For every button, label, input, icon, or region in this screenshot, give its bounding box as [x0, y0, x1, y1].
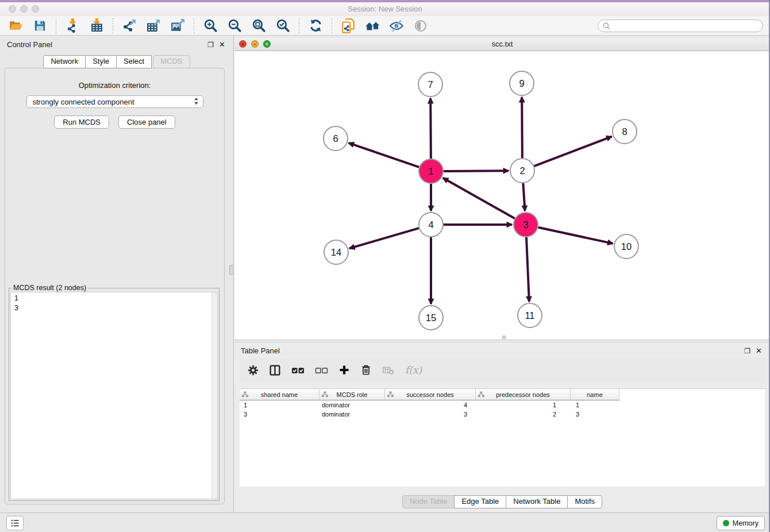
delete-columns-button[interactable] — [360, 364, 372, 376]
float-icon: ❐ — [207, 41, 214, 49]
import-network-icon — [66, 18, 80, 33]
column-header-predecessor-nodes[interactable]: predecessor nodes — [476, 389, 571, 400]
table-toolbar: f(x) — [240, 358, 765, 381]
delete-table-button[interactable] — [382, 364, 395, 376]
column-header-name[interactable]: name — [571, 389, 619, 400]
search-input[interactable] — [598, 20, 763, 32]
tab-select[interactable]: Select — [116, 55, 152, 68]
graph-edge[interactable] — [538, 228, 613, 244]
open-file-button[interactable] — [6, 17, 25, 34]
control-panel: Control Panel ❐ ✕ Network Style Select M… — [0, 36, 234, 512]
tab-network-table[interactable]: Network Table — [506, 495, 568, 508]
run-mcds-button[interactable]: Run MCDS — [54, 115, 109, 129]
add-column-button[interactable] — [338, 364, 350, 376]
network-window-titlebar: × − + scc.txt — [234, 38, 770, 51]
mcds-result-title: MCDS result (2 nodes) — [11, 284, 88, 292]
zoom-in-button[interactable] — [201, 17, 220, 34]
cell-shared-name: 1 — [240, 400, 319, 410]
application-window: Session: New Session Control Panel — [0, 0, 770, 532]
tab-motifs[interactable]: Motifs — [567, 495, 602, 508]
refresh-icon — [309, 18, 323, 33]
network-canvas[interactable]: 1234678910111415 — [234, 51, 769, 338]
import-network-button[interactable] — [63, 17, 82, 34]
export-network-button[interactable] — [120, 17, 138, 34]
show-columns-button[interactable] — [269, 364, 281, 376]
save-session-button[interactable] — [30, 17, 49, 34]
graph-edge[interactable] — [526, 237, 529, 302]
hierarchy-icon — [242, 391, 248, 399]
node-table: shared name MCDS role successor nodes pr… — [240, 388, 765, 487]
apply-layout-button[interactable] — [306, 17, 325, 34]
unchecked-boxes-icon — [315, 364, 328, 377]
panel-splitter-handle[interactable] — [229, 265, 234, 275]
graph-edge[interactable] — [523, 183, 525, 211]
chevron-up-down-icon — [193, 97, 199, 107]
graph-edge[interactable] — [522, 97, 522, 158]
clone-network-button[interactable] — [339, 17, 357, 34]
cell-name: 3 — [571, 410, 619, 419]
column-label: shared name — [261, 391, 298, 398]
mcds-result-area[interactable]: 1 3 — [10, 292, 218, 499]
column-header-successor-nodes[interactable]: successor nodes — [385, 389, 476, 400]
table-row[interactable]: 1 dominator 4 1 1 — [240, 400, 765, 410]
export-table-button[interactable] — [144, 17, 163, 34]
zoom-selected-button[interactable] — [274, 17, 292, 34]
mcds-result-text: 1 3 — [11, 292, 217, 314]
graphics-details-button[interactable] — [411, 17, 430, 34]
graph-edge[interactable] — [430, 98, 431, 159]
table-settings-button[interactable] — [248, 365, 259, 376]
graph-edge[interactable] — [443, 178, 515, 218]
select-all-columns-button[interactable] — [291, 364, 305, 377]
graph-edge[interactable] — [349, 228, 419, 248]
close-mcds-panel-button[interactable]: Close panel — [118, 115, 175, 129]
toolbar-separator — [56, 18, 56, 33]
graph-node-label: 2 — [519, 165, 525, 176]
table-float-button[interactable]: ❐ — [744, 348, 750, 354]
toolbar-separator — [113, 18, 113, 33]
deselect-all-columns-button[interactable] — [315, 364, 328, 377]
graph-node-label: 6 — [333, 133, 338, 144]
plus-icon — [338, 364, 350, 376]
graph-edge[interactable] — [349, 143, 419, 167]
hierarchy-icon — [387, 391, 394, 399]
column-header-shared-name[interactable]: shared name — [240, 389, 319, 400]
criterion-select[interactable]: strongly connected component — [26, 95, 203, 108]
nested-networks-button[interactable] — [363, 17, 382, 34]
zoom-selected-icon — [276, 18, 290, 33]
checked-boxes-icon — [291, 364, 305, 377]
column-header-mcds-role[interactable]: MCDS role — [319, 389, 385, 400]
column-label: MCDS role — [337, 391, 368, 398]
graph-edge[interactable] — [444, 171, 509, 171]
criterion-value: strongly connected component — [33, 98, 134, 106]
memory-button[interactable]: Memory — [717, 516, 765, 530]
network-resize-handle[interactable] — [502, 336, 506, 339]
graph-node-label: 10 — [621, 241, 632, 252]
float-panel-button[interactable]: ❐ — [207, 41, 214, 48]
show-hide-panels-button[interactable] — [387, 17, 406, 34]
cell-shared-name: 3 — [240, 410, 319, 419]
column-label: successor nodes — [406, 391, 454, 398]
result-scrollbar[interactable] — [211, 292, 217, 499]
tab-style[interactable]: Style — [85, 55, 117, 68]
search-icon — [602, 22, 611, 33]
fit-content-button[interactable] — [249, 17, 268, 34]
fx-label: f(x) — [405, 364, 422, 376]
columns-icon — [269, 364, 281, 376]
tab-network[interactable]: Network — [43, 55, 86, 68]
zoom-out-button[interactable] — [225, 17, 244, 34]
window-top-edge — [0, 0, 770, 2]
home-icon — [365, 18, 380, 33]
graph-node-label: 11 — [525, 310, 534, 321]
import-table-button[interactable] — [87, 17, 106, 34]
table-close-button[interactable]: ✕ — [756, 347, 762, 354]
tab-mcds[interactable]: MCDS — [153, 55, 190, 68]
tab-node-table[interactable]: Node Table — [402, 495, 455, 508]
gear-icon — [248, 365, 259, 376]
close-panel-button[interactable]: ✕ — [219, 41, 225, 48]
export-image-button[interactable] — [168, 17, 187, 34]
graph-edge[interactable] — [534, 137, 612, 167]
tab-edge-table[interactable]: Edge Table — [454, 495, 506, 508]
task-history-button[interactable] — [6, 516, 24, 530]
table-row[interactable]: 3 dominator 3 2 3 — [240, 410, 765, 419]
function-builder-button[interactable]: f(x) — [405, 364, 422, 376]
